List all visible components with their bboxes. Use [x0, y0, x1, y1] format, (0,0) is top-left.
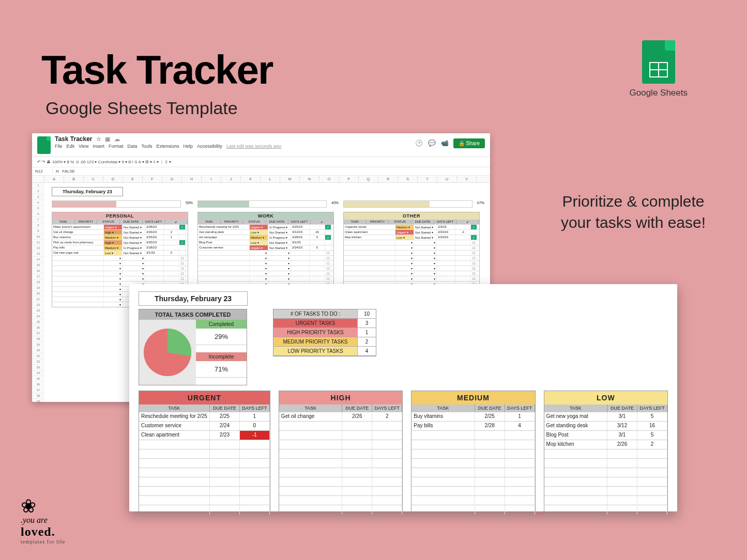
- menu-tools[interactable]: Tools: [141, 144, 152, 149]
- row-numbers: 1234567891011121314151617181920212223242…: [32, 183, 44, 402]
- sheets-doc-icon: [37, 136, 51, 154]
- doc-title[interactable]: Task Tracker ☆ ▣ ☁: [55, 135, 120, 143]
- count-label: MEDIUM PRIORITY TASKS: [273, 337, 357, 346]
- medium-table: MEDIUMTASKDUE DATEDAYS LEFTBuy vitamins2…: [411, 391, 535, 515]
- sheets-header: Task Tracker ☆ ▣ ☁ FileEditViewInsertFor…: [32, 133, 490, 157]
- brand-line3: templates for life: [21, 539, 65, 545]
- meet-icon[interactable]: 📹: [441, 139, 449, 147]
- hero-subtitle: Google Sheets Template: [45, 98, 238, 118]
- incomplete-label: Incomplete: [196, 352, 247, 361]
- fx-icon: fx: [53, 169, 62, 174]
- count-value: 1: [357, 328, 376, 337]
- toolbar[interactable]: ↶ ↷ 🖶 100% ▾ $ % .0 .00 123 ▾ Comfortaa …: [32, 157, 490, 167]
- personal-progress: 50%: [52, 200, 181, 208]
- menu-help[interactable]: Help: [183, 144, 193, 149]
- cloud-icon[interactable]: ☁: [114, 136, 120, 142]
- menu-extensions[interactable]: Extensions: [156, 144, 179, 149]
- pie-chart: [139, 320, 196, 385]
- task-counts: # OF TASKS TO DO :10URGENT TASKS3HIGH PR…: [273, 309, 376, 356]
- google-sheets-badge: Google Sheets: [630, 40, 688, 98]
- star-icon[interactable]: ☆: [96, 136, 101, 142]
- priority-tables: URGENTTASKDUE DATEDAYS LEFTReschedule me…: [139, 391, 668, 515]
- header-right: 🕑💬📹: [415, 139, 449, 147]
- work-progress: 40%: [197, 200, 327, 208]
- dashboard-screenshot: Thursday, February 23 TOTAL TASKS COMPLE…: [129, 284, 677, 511]
- count-label: # OF TASKS TO DO :: [273, 309, 357, 318]
- column-headers: ABCDEFGHIJKLMNOPQRSTUV: [32, 176, 490, 183]
- lock-icon: 🔒: [459, 141, 465, 146]
- sheets-label: Google Sheets: [630, 88, 688, 98]
- comment-icon[interactable]: 💬: [428, 139, 436, 147]
- count-value: 4: [357, 347, 376, 355]
- brand-logo: ❀ .you are loved. templates for life: [21, 497, 65, 545]
- count-value: 2: [357, 337, 376, 346]
- folder-icon[interactable]: ▣: [105, 136, 110, 142]
- formula-value[interactable]: FALSE: [62, 169, 75, 174]
- date-cell: Thursday, February 23: [52, 187, 123, 196]
- count-label: LOW PRIORITY TASKS: [273, 347, 357, 355]
- menu-accessibility[interactable]: Accessibility: [197, 144, 222, 149]
- completed-pct: 29%: [196, 329, 247, 345]
- menu-insert[interactable]: Insert: [93, 144, 104, 149]
- menu-format[interactable]: Format: [109, 144, 124, 149]
- completed-label: Completed: [196, 320, 247, 329]
- pie-chart-block: TOTAL TASKS COMPLETED Completed29% Incom…: [139, 309, 247, 385]
- menu-file[interactable]: File: [55, 144, 63, 149]
- cell-ref[interactable]: N12: [32, 169, 53, 174]
- formula-bar[interactable]: N12 fx FALSE: [32, 167, 490, 176]
- brand-line1: .you are: [21, 516, 65, 525]
- count-label: HIGH PRIORITY TASKS: [273, 328, 357, 337]
- menu-bar: FileEditViewInsertFormatDataToolsExtensi…: [55, 144, 281, 149]
- urgent-table: URGENTTASKDUE DATEDAYS LEFTReschedule me…: [139, 391, 270, 515]
- last-edit[interactable]: Last edit was seconds ago: [226, 144, 281, 149]
- count-label: URGENT TASKS: [273, 319, 357, 328]
- menu-edit[interactable]: Edit: [67, 144, 75, 149]
- high-table: HIGHTASKDUE DATEDAYS LEFTGet oil change2…: [279, 391, 403, 515]
- tagline: Prioritize & complete your tasks with ea…: [556, 191, 711, 233]
- incomplete-pct: 71%: [196, 361, 247, 378]
- brand-line2: loved.: [21, 525, 65, 539]
- other-progress: 67%: [343, 200, 472, 208]
- hero-title: Task Tracker: [41, 46, 272, 94]
- low-table: LOWTASKDUE DATEDAYS LEFTGet new yoga mat…: [544, 391, 668, 515]
- menu-data[interactable]: Data: [127, 144, 137, 149]
- count-value: 3: [357, 319, 376, 328]
- history-icon[interactable]: 🕑: [415, 139, 423, 147]
- pie-title: TOTAL TASKS COMPLETED: [139, 309, 247, 320]
- count-value: 10: [357, 309, 376, 318]
- menu-view[interactable]: View: [79, 144, 88, 149]
- share-button[interactable]: 🔒 Share: [453, 138, 485, 148]
- sheets-icon: [642, 40, 675, 84]
- flower-icon: ❀: [21, 497, 65, 516]
- dashboard-date: Thursday, February 23: [139, 291, 248, 306]
